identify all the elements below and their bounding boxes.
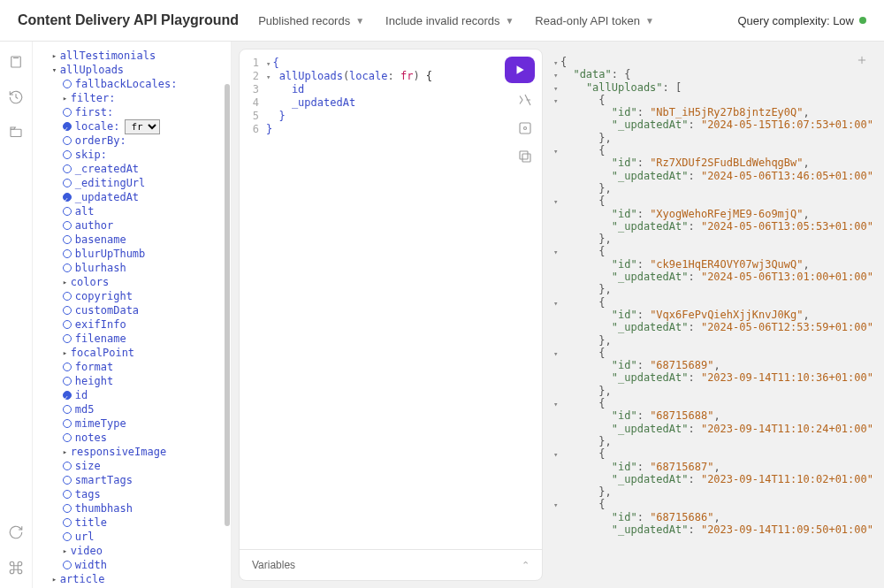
checkbox-icon[interactable] [63,235,72,244]
checkbox-icon[interactable] [63,306,72,315]
fold-marker-icon[interactable]: ▾ [266,73,271,81]
checkbox-icon[interactable] [63,363,72,371]
checkbox-icon[interactable] [63,263,72,272]
checkbox-icon[interactable] [63,80,72,88]
tree-item[interactable]: first: [38,105,225,119]
fold-marker-icon[interactable]: ▾ [266,59,271,68]
code-line[interactable]: } [266,110,542,123]
tree-item[interactable]: ▸responsiveImage [38,445,225,459]
checkbox-icon[interactable] [63,179,72,187]
query-editor[interactable]: 123456 ▾{▾ allUploads(locale: fr) { id _… [240,50,542,549]
checkbox-icon[interactable] [63,164,72,173]
tree-item[interactable]: ▸article [38,572,225,586]
fold-marker-icon[interactable]: ▾ [553,347,560,360]
checkbox-icon[interactable] [63,193,72,202]
tree-item[interactable]: mimeType [38,416,225,431]
checkbox-icon[interactable] [63,504,72,513]
tree-item[interactable]: ▾allUploads [38,63,225,77]
checkbox-icon[interactable] [63,561,72,569]
checkbox-icon[interactable] [63,462,72,470]
checkbox-icon[interactable] [63,334,72,343]
code-line[interactable]: id [266,83,542,96]
tree-item[interactable]: blurhash [38,261,225,275]
checkbox-icon[interactable] [63,320,72,329]
checkbox-icon[interactable] [63,433,72,442]
checkbox-icon[interactable] [63,391,72,400]
checkbox-icon[interactable] [63,490,72,499]
shortcuts-icon[interactable] [8,560,24,576]
tree-item[interactable]: ▸video [38,544,225,558]
tree-item[interactable]: width [38,558,225,572]
results-panel[interactable]: ▾{▾ "data": {▾ "allUploads": [▾ { "id": … [550,49,877,581]
fold-marker-icon[interactable]: ▾ [553,195,560,208]
tree-item[interactable]: customData [38,303,225,317]
add-tab-icon[interactable] [856,54,868,66]
tree-item[interactable]: locale:fr [38,119,225,134]
checkbox-icon[interactable] [63,249,72,258]
history-icon[interactable] [8,89,24,105]
code-line[interactable]: ▾{ [266,57,542,70]
tree-item[interactable]: blurUpThumb [38,247,225,261]
tree-item[interactable]: size [38,459,225,473]
dropdown-published[interactable]: Published records ▼ [258,14,364,27]
fold-marker-icon[interactable]: ▾ [553,499,560,511]
document-icon[interactable] [8,54,24,70]
variables-toggle[interactable]: Variables ⌃ [240,549,542,580]
checkbox-icon[interactable] [63,292,72,301]
tree-item[interactable]: _editingUrl [38,176,225,190]
checkbox-icon[interactable] [63,532,72,541]
fold-marker-icon[interactable]: ▾ [553,82,560,95]
dropdown-token[interactable]: Read-only API token ▼ [535,14,653,27]
fold-marker-icon[interactable]: ▾ [553,246,560,258]
tree-item[interactable]: exifInfo [38,317,225,332]
checkbox-icon[interactable] [63,108,72,117]
checkbox-icon[interactable] [63,518,72,527]
tree-item[interactable]: smartTags [38,473,225,487]
tree-item[interactable]: basename [38,233,225,247]
tree-item[interactable]: author [38,218,225,233]
refresh-icon[interactable] [8,524,24,540]
schema-explorer[interactable]: ▸allTestimonials▾allUploadsfallbackLocal… [33,42,232,588]
fold-marker-icon[interactable]: ▾ [553,69,560,81]
fold-marker-icon[interactable]: ▾ [553,145,560,157]
fold-marker-icon[interactable]: ▾ [553,57,560,69]
tree-item[interactable]: tags [38,487,225,501]
code-line[interactable]: ▾ allUploads(locale: fr) { [266,70,542,83]
fold-marker-icon[interactable]: ▾ [553,297,560,309]
scrollbar-thumb[interactable] [225,84,230,526]
fold-marker-icon[interactable]: ▾ [553,448,560,461]
fold-marker-icon[interactable]: ▾ [553,398,560,410]
checkbox-icon[interactable] [63,150,72,159]
locale-select[interactable]: fr [125,119,160,134]
checkbox-icon[interactable] [63,405,72,414]
tree-item[interactable]: format [38,360,225,374]
checkbox-icon[interactable] [63,136,72,145]
tree-item[interactable]: url [38,530,225,544]
dropdown-invalid[interactable]: Include invalid records ▼ [385,14,514,27]
tree-item[interactable]: ▸filter: [38,91,225,105]
checkbox-icon[interactable] [63,419,72,428]
checkbox-icon[interactable] [63,207,72,216]
checkbox-icon[interactable] [63,377,72,386]
tree-item[interactable]: thumbhash [38,501,225,515]
tree-item[interactable]: skip: [38,148,225,162]
tree-item[interactable]: ▸colors [38,275,225,289]
tree-item[interactable]: ▸focalPoint [38,346,225,360]
tree-item[interactable]: fallbackLocales: [38,77,225,91]
code-line[interactable]: _updatedAt [266,96,542,110]
fold-marker-icon[interactable]: ▾ [553,95,560,107]
tree-item[interactable]: _createdAt [38,162,225,176]
checkbox-icon[interactable] [63,221,72,230]
folder-icon[interactable] [8,125,24,141]
tree-item[interactable]: notes [38,431,225,445]
tree-item[interactable]: copyright [38,289,225,303]
code-line[interactable]: } [266,123,542,136]
checkbox-icon[interactable] [63,476,72,485]
tree-item[interactable]: filename [38,332,225,346]
checkbox-icon[interactable] [63,122,72,131]
tree-item[interactable]: id [38,388,225,402]
tree-item[interactable]: title [38,515,225,530]
tree-item[interactable]: height [38,374,225,388]
tree-item[interactable]: ▸allTestimonials [38,49,225,63]
tree-item[interactable]: _updatedAt [38,190,225,204]
